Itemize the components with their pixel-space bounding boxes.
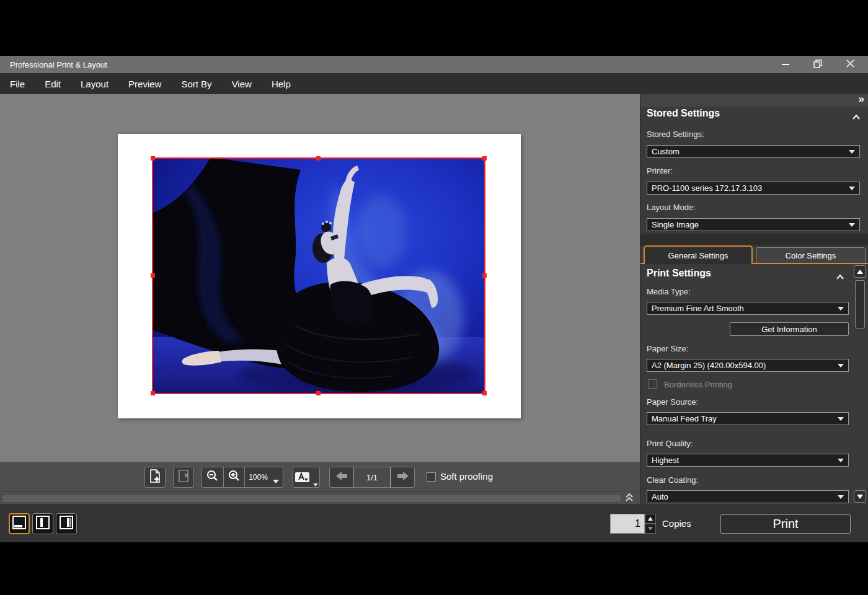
get-information-button[interactable]: Get Information	[730, 322, 849, 336]
print-quality-label: Print Quality:	[647, 439, 693, 448]
chevron-down-icon	[849, 187, 855, 190]
printer-dropdown[interactable]: PRO-1100 series 172.17.3.103	[647, 182, 860, 195]
page-navigation: 1/1	[329, 467, 415, 488]
triangle-down-icon	[857, 495, 863, 499]
settings-panel: » Stored Settings Stored Settings: Custo…	[640, 94, 868, 504]
print-quality-dropdown[interactable]: Highest	[647, 454, 849, 467]
panel-collapse-button[interactable]: »	[859, 93, 863, 105]
stored-settings-dropdown[interactable]: Custom	[647, 145, 860, 158]
handle-top-right[interactable]	[482, 156, 487, 161]
restore-icon	[813, 60, 822, 70]
handle-mid-right[interactable]	[482, 273, 487, 278]
layout-split-right-icon	[59, 515, 74, 532]
paper-size-dropdown[interactable]: A2 (Margin 25) (420.00x594.00)	[647, 359, 849, 372]
chevron-down-icon	[273, 480, 279, 483]
menu-preview[interactable]: Preview	[118, 73, 171, 94]
chevron-down-icon	[849, 223, 855, 227]
stored-settings-header: Stored Settings	[647, 108, 720, 119]
previous-page-button[interactable]	[330, 467, 353, 487]
zoom-out-icon	[206, 469, 219, 485]
handle-mid-left[interactable]	[151, 273, 155, 278]
menu-bar: File Edit Layout Preview Sort By View He…	[0, 73, 868, 94]
section-divider	[640, 234, 868, 245]
minimize-button[interactable]	[777, 58, 794, 71]
panel-scroll-up-button[interactable]	[854, 265, 866, 278]
minimize-icon	[782, 64, 789, 65]
media-type-dropdown[interactable]: Premium Fine Art Smooth	[647, 302, 849, 315]
clear-coating-dropdown[interactable]: Auto	[647, 490, 849, 503]
stored-settings-label: Stored Settings:	[647, 130, 704, 139]
borderless-printing-checkbox	[648, 379, 657, 389]
zoom-level-value: 100%	[249, 473, 268, 482]
app-root: Professional Print & Layout File Edit La…	[0, 0, 868, 595]
zoom-in-button[interactable]	[223, 467, 244, 487]
zoom-controls: 100%	[202, 467, 283, 488]
print-settings-collapse-button[interactable]	[836, 271, 844, 278]
handle-bottom-right[interactable]	[482, 391, 487, 395]
menu-help[interactable]: Help	[262, 73, 301, 94]
paper-size-label: Paper Size:	[647, 344, 688, 353]
add-page-button[interactable]	[144, 467, 166, 488]
close-icon	[846, 60, 854, 69]
tab-color-settings[interactable]: Color Settings	[756, 247, 866, 263]
chevron-down-icon	[838, 364, 844, 368]
chevron-down-icon	[838, 495, 844, 499]
tab-general-settings[interactable]: General Settings	[644, 245, 753, 264]
soft-proofing-checkbox[interactable]	[427, 472, 436, 482]
text-settings-button[interactable]	[293, 467, 320, 488]
horizontal-scrollbar[interactable]	[0, 491, 640, 504]
delete-page-icon	[176, 469, 191, 486]
zoom-level-dropdown[interactable]: 100%	[244, 467, 283, 487]
handle-top-center[interactable]	[316, 156, 321, 161]
print-button[interactable]: Print	[720, 514, 851, 534]
next-page-button[interactable]	[391, 467, 414, 487]
image-selection-frame[interactable]	[152, 157, 485, 394]
copies-increment-button[interactable]	[645, 514, 656, 524]
stored-settings-collapse-button[interactable]	[852, 112, 861, 118]
layout-mode-dropdown[interactable]: Single Image	[647, 218, 860, 231]
delete-page-button[interactable]	[173, 467, 194, 488]
media-type-label: Media Type:	[647, 287, 691, 296]
copies-label: Copies	[662, 504, 691, 542]
panel-scroll-down-button[interactable]	[854, 490, 866, 503]
horizontal-scrollbar-track[interactable]	[1, 494, 621, 503]
close-button[interactable]	[842, 58, 858, 71]
triangle-up-icon	[857, 270, 863, 274]
preview-toolbar: 100% 1/1 S	[0, 462, 640, 491]
collapse-toolbar-button[interactable]	[622, 493, 636, 503]
view-layout-split-left-button[interactable]	[32, 513, 53, 534]
zoom-out-button[interactable]	[202, 467, 223, 487]
handle-bottom-left[interactable]	[151, 391, 155, 395]
view-layout-single-button[interactable]	[9, 513, 30, 534]
triangle-up-icon	[648, 517, 653, 521]
view-layout-split-right-button[interactable]	[56, 513, 77, 534]
menu-view[interactable]: View	[222, 73, 262, 94]
title-bar: Professional Print & Layout	[0, 56, 868, 73]
paper-source-dropdown[interactable]: Manual Feed Tray	[647, 412, 849, 425]
copies-decrement-button[interactable]	[645, 524, 656, 534]
layout-split-left-icon	[35, 515, 50, 532]
menu-file[interactable]: File	[0, 73, 35, 94]
printer-label: Printer:	[647, 166, 673, 175]
font-icon	[294, 470, 318, 484]
triangle-down-icon	[648, 527, 653, 531]
chevron-down-icon	[838, 307, 844, 311]
restore-button[interactable]	[810, 58, 826, 71]
clear-coating-label: Clear Coating:	[647, 475, 698, 485]
window-controls	[777, 56, 864, 73]
handle-bottom-center[interactable]	[316, 391, 321, 395]
preview-canvas[interactable]	[0, 94, 640, 462]
arrow-right-icon	[396, 470, 410, 485]
panel-scrollbar-thumb[interactable]	[855, 280, 865, 328]
menu-sort-by[interactable]: Sort By	[171, 73, 221, 94]
double-chevron-up-icon	[624, 492, 634, 505]
zoom-in-icon	[228, 469, 241, 485]
layout-mode-label: Layout Mode:	[647, 203, 696, 212]
chevron-down-icon	[838, 459, 844, 462]
copies-input[interactable]: 1	[610, 514, 645, 534]
soft-proofing-label: Soft proofing	[440, 471, 493, 482]
menu-edit[interactable]: Edit	[35, 73, 71, 94]
handle-top-left[interactable]	[151, 156, 155, 161]
arrow-left-icon	[335, 470, 348, 485]
menu-layout[interactable]: Layout	[71, 73, 118, 94]
